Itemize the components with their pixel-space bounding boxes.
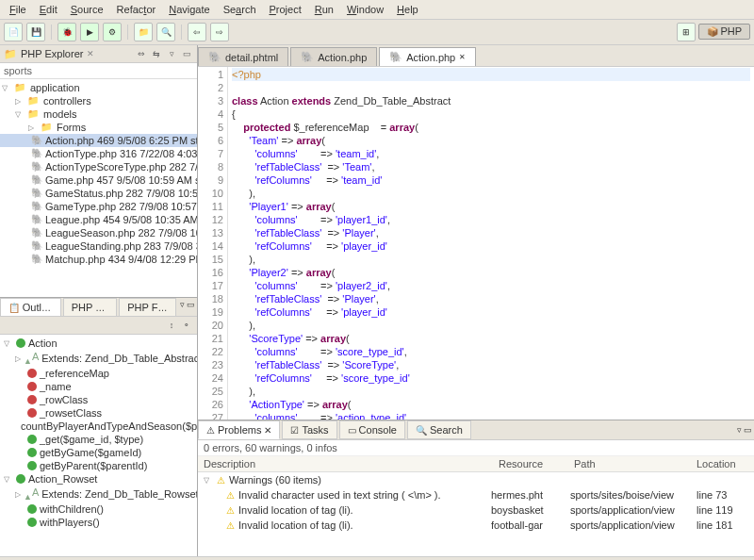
file-item[interactable]: 🐘Matchup.php 434 9/4/08 12:29 PM st: [0, 253, 197, 266]
outline-item[interactable]: _rowClass: [2, 393, 195, 406]
debug-button[interactable]: 🐞: [57, 23, 76, 41]
menu-search[interactable]: Search: [218, 2, 262, 17]
file-item[interactable]: 🐘ActionType.php 316 7/22/08 4:03 PM s: [0, 147, 197, 160]
explorer-header: 📁 PHP Explorer ✕ ⇔ ⇆ ▿ ▭: [0, 45, 197, 63]
filter-outline-icon[interactable]: ⚬: [180, 319, 193, 332]
outline-item[interactable]: _get($game_id, $type): [2, 433, 195, 446]
editor-tab[interactable]: 🐘Action.php: [290, 47, 377, 66]
tab-search[interactable]: 🔍 Search: [407, 420, 471, 439]
explorer-filter[interactable]: sports: [0, 63, 197, 79]
link-icon[interactable]: ⇆: [150, 47, 163, 60]
problems-status: 0 errors, 60 warnings, 0 infos: [198, 440, 754, 456]
minimize-icon[interactable]: ▭: [180, 47, 193, 60]
outline-item[interactable]: countByPlayerAndTypeAndSeason($play: [2, 420, 195, 433]
outline-tree[interactable]: ▽Action▷▲AExtends: Zend_Db_Table_Abstrac…: [0, 335, 197, 556]
tab-tasks[interactable]: ☑ Tasks: [282, 420, 336, 439]
file-item[interactable]: 🐘GameStatus.php 282 7/9/08 10:57 AM: [0, 187, 197, 200]
outline-item[interactable]: withChildren(): [2, 502, 195, 516]
tab-console[interactable]: ▭ Console: [339, 420, 405, 439]
file-item[interactable]: 🐘Game.php 457 9/5/08 10:59 AM steve: [0, 173, 197, 187]
tab-php-project[interactable]: PHP Proje: [63, 298, 118, 316]
folder-item[interactable]: ▽📁models: [0, 107, 197, 121]
outline-item[interactable]: getByParent($parentId): [2, 459, 195, 472]
outline-item[interactable]: _rowsetClass: [2, 406, 195, 420]
save-button[interactable]: 💾: [26, 23, 45, 41]
problems-columns: Description Resource Path Location: [198, 456, 754, 472]
outline-item[interactable]: withPlayers(): [2, 516, 195, 529]
file-item[interactable]: 🐘Action.php 469 9/5/08 6:25 PM steve: [0, 134, 197, 147]
menu-edit[interactable]: Edit: [34, 2, 63, 17]
folder-item[interactable]: ▽📁application: [0, 81, 197, 94]
menu-project[interactable]: Project: [264, 2, 307, 17]
tab-php-functions[interactable]: PHP Functi: [119, 298, 176, 316]
tab-outline[interactable]: 📋 Outline ✕: [0, 298, 61, 316]
collapse-icon[interactable]: ⇔: [135, 47, 148, 60]
problem-item[interactable]: ⚠Invalid location of tag (li).boysbasket…: [198, 502, 754, 518]
sort-icon[interactable]: ↕: [165, 319, 178, 332]
outline-min-icon[interactable]: ▭: [187, 300, 195, 314]
outline-item[interactable]: ▽Action: [2, 337, 195, 350]
outline-item[interactable]: _name: [2, 380, 195, 393]
file-tree[interactable]: ▽📁application▷📁controllers▽📁models▷📁Form…: [0, 79, 197, 268]
code-editor[interactable]: 1234567891011121314151617181920212223242…: [198, 67, 754, 420]
forward-button[interactable]: ⇨: [210, 23, 229, 41]
menu-run[interactable]: Run: [309, 2, 339, 17]
line-gutter: 1234567891011121314151617181920212223242…: [198, 67, 228, 420]
problems-list[interactable]: ▽⚠Warnings (60 items)⚠Invalid character …: [198, 472, 754, 556]
problems-menu-icon[interactable]: ▿: [737, 425, 742, 435]
problems-tabstrip: ⚠ Problems ✕ ☑ Tasks ▭ Console 🔍 Search …: [198, 420, 754, 440]
menubar: File Edit Source Refactor Navigate Searc…: [0, 0, 754, 20]
outline-item[interactable]: ▷▲AExtends: Zend_Db_Table_Abstract: [2, 350, 195, 367]
outline-tabstrip: 📋 Outline ✕ PHP Proje PHP Functi ▿ ▭: [0, 298, 197, 317]
menu-source[interactable]: Source: [65, 2, 109, 17]
back-button[interactable]: ⇦: [188, 23, 206, 41]
outline-menu-icon[interactable]: ▿: [180, 300, 185, 314]
menu-help[interactable]: Help: [391, 2, 424, 17]
editor-tabstrip: 🐘detail.phtml🐘Action.php🐘Action.php✕: [198, 45, 754, 67]
statusbar: ◦°: [0, 556, 754, 560]
outline-item[interactable]: getByGame($gameId): [2, 446, 195, 459]
file-item[interactable]: 🐘GameType.php 282 7/9/08 10:57 AM s: [0, 200, 197, 213]
problem-item[interactable]: ⚠Invalid location of tag (li).football-g…: [198, 518, 754, 533]
main-toolbar: 📄 💾 🐞 ▶ ⚙ 📁 🔍 ⇦ ⇨ ⊞ 📦 PHP: [0, 20, 754, 45]
ext-tools-button[interactable]: ⚙: [103, 23, 122, 41]
perspective-php[interactable]: 📦 PHP: [698, 24, 750, 40]
tab-problems[interactable]: ⚠ Problems ✕: [198, 420, 280, 439]
warnings-group[interactable]: ▽⚠Warnings (60 items): [198, 472, 754, 487]
search-button[interactable]: 🔍: [156, 23, 175, 41]
perspective-open-button[interactable]: ⊞: [677, 23, 696, 41]
editor-tab[interactable]: 🐘detail.phtml: [198, 47, 288, 66]
outline-item[interactable]: ▽Action_Rowset: [2, 472, 195, 486]
outline-item[interactable]: ▷▲AExtends: Zend_Db_Table_Rowset_Abstra: [2, 486, 195, 502]
outline-item[interactable]: _referenceMap: [2, 367, 195, 380]
editor-tab[interactable]: 🐘Action.php✕: [379, 47, 476, 66]
new-button[interactable]: 📄: [4, 23, 23, 41]
menu-navigate[interactable]: Navigate: [163, 2, 215, 17]
folder-item[interactable]: ▷📁Forms: [0, 121, 197, 134]
filter-icon[interactable]: ▿: [165, 47, 178, 60]
file-item[interactable]: 🐘ActionTypeScoreType.php 282 7/9/08: [0, 160, 197, 173]
file-item[interactable]: 🐘LeagueSeason.php 282 7/9/08 10:57 A: [0, 226, 197, 239]
open-type-button[interactable]: 📁: [134, 23, 153, 41]
menu-file[interactable]: File: [4, 2, 32, 17]
file-item[interactable]: 🐘League.php 454 9/5/08 10:35 AM stev: [0, 213, 197, 226]
problem-item[interactable]: ⚠Invalid character used in text string (…: [198, 487, 754, 502]
run-button[interactable]: ▶: [80, 23, 99, 41]
view-close-icon[interactable]: ✕: [87, 49, 94, 58]
menu-window[interactable]: Window: [341, 2, 389, 17]
problems-min-icon[interactable]: ▭: [744, 425, 752, 435]
explorer-title: PHP Explorer: [21, 48, 83, 59]
folder-icon: 📁: [4, 48, 17, 60]
menu-refactor[interactable]: Refactor: [111, 2, 162, 17]
code-area[interactable]: <?php class Action extends Zend_Db_Table…: [228, 67, 754, 420]
file-item[interactable]: 🐘LeagueStanding.php 283 7/9/08 3:30 P: [0, 239, 197, 253]
folder-item[interactable]: ▷📁controllers: [0, 94, 197, 107]
